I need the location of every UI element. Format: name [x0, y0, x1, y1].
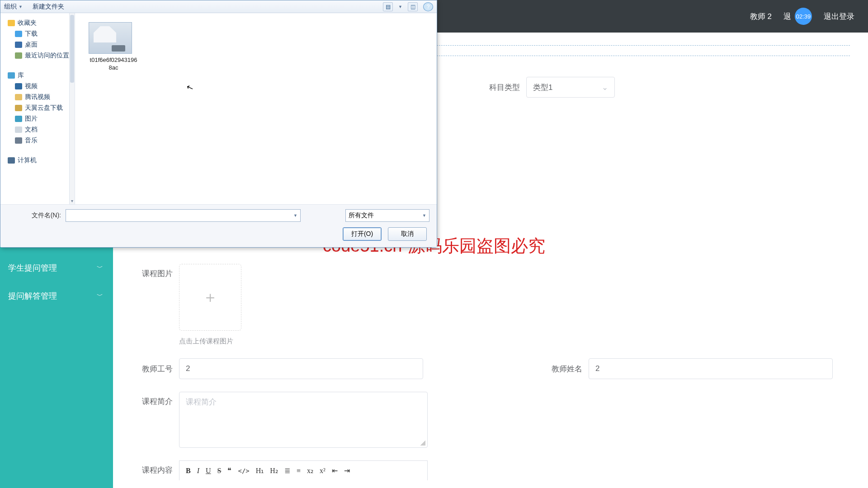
nav-favorites[interactable]: 收藏夹	[5, 18, 72, 28]
chevron-down-icon: ﹀	[97, 264, 103, 272]
dialog-bottom-bar: 文件名(N): ▼ 所有文件▼ 打开(O) 取消	[0, 204, 437, 247]
scrollbar-thumb[interactable]	[70, 15, 74, 83]
file-open-dialog: 组织▼ 新建文件夹 ▤ ▼ ◫ ? 收藏夹 下载 桌面 最近访问的位置 库 视频	[0, 0, 437, 248]
sidebar-item-label: 提问解答管理	[8, 291, 57, 301]
cancel-button[interactable]: 取消	[388, 227, 427, 241]
course-image-label: 课程图片	[131, 264, 173, 279]
strike-button[interactable]: S	[217, 467, 222, 475]
h1-button[interactable]: H₁	[256, 466, 264, 475]
nav-desktop[interactable]: 桌面	[5, 39, 72, 50]
help-icon: ?	[427, 4, 430, 10]
computer-icon	[8, 157, 15, 164]
course-intro-label: 课程简介	[131, 392, 173, 407]
recent-icon	[15, 52, 22, 59]
dialog-nav-pane: 收藏夹 下载 桌面 最近访问的位置 库 视频 腾讯视频 天翼云盘下载 图片 文档…	[0, 13, 75, 204]
preview-pane-button[interactable]: ◫	[408, 2, 418, 11]
folder-icon	[15, 94, 22, 100]
plus-icon: ＋	[203, 287, 218, 308]
course-intro-row: 课程简介 课程简介	[131, 392, 850, 448]
upload-tip: 点击上传课程图片	[179, 337, 241, 346]
h2-button[interactable]: H₂	[270, 466, 278, 475]
teacher-name-field[interactable]	[595, 364, 826, 373]
course-image-row: 课程图片 ＋ 点击上传课程图片	[131, 264, 850, 346]
music-icon	[15, 137, 22, 144]
file-item[interactable]: t01f6e6f029431968ac	[89, 22, 138, 72]
filename-label: 文件名(N):	[8, 211, 61, 220]
bold-button[interactable]: B	[186, 467, 191, 475]
pane-icon: ◫	[410, 4, 415, 10]
nav-tencent-video[interactable]: 腾讯视频	[5, 92, 72, 103]
picture-icon	[15, 116, 22, 122]
teacher-id-input[interactable]	[179, 358, 423, 379]
header-time-badge: 02:39	[795, 8, 812, 25]
sidebar-item-student-question[interactable]: 学生提问管理 ﹀	[0, 254, 113, 282]
organize-menu[interactable]: 组织▼	[4, 3, 23, 11]
desktop-icon	[15, 42, 22, 48]
subscript-button[interactable]: x₂	[307, 466, 313, 475]
chevron-down-icon: ﹀	[97, 292, 103, 300]
video-icon	[15, 83, 22, 89]
dialog-body: 收藏夹 下载 桌面 最近访问的位置 库 视频 腾讯视频 天翼云盘下载 图片 文档…	[0, 13, 437, 204]
header-back-partial[interactable]: 退	[783, 11, 791, 22]
subject-type-row: 科目类型 类型1 ⌄	[489, 77, 615, 98]
nav-video[interactable]: 视频	[5, 81, 72, 92]
nav-library[interactable]: 库	[5, 70, 72, 81]
superscript-button[interactable]: x²	[320, 467, 326, 475]
quote-button[interactable]: ❝	[227, 466, 231, 475]
nav-music[interactable]: 音乐	[5, 135, 72, 146]
code-button[interactable]: </>	[238, 467, 249, 474]
open-button[interactable]: 打开(O)	[343, 227, 382, 241]
download-icon	[15, 31, 22, 37]
chevron-down-icon: ▼	[293, 213, 297, 218]
star-icon	[8, 20, 15, 26]
course-content-label: 课程内容	[131, 460, 173, 475]
nav-computer[interactable]: 计算机	[5, 155, 72, 166]
new-folder-button[interactable]: 新建文件夹	[33, 3, 64, 11]
nav-documents[interactable]: 文档	[5, 124, 72, 135]
ordered-list-button[interactable]: ≣	[284, 466, 290, 475]
course-content-row: 课程内容 B I U S ❝ </> H₁ H₂ ≣ ≡ x₂ x² ⇤ ⇥	[131, 460, 850, 480]
filename-input[interactable]: ▼	[66, 209, 301, 222]
underline-button[interactable]: U	[206, 467, 211, 475]
view-mode-button[interactable]: ▤	[383, 2, 393, 11]
nav-downloads[interactable]: 下载	[5, 28, 72, 39]
teacher-fields-row: 教师工号 教师姓名	[131, 358, 850, 379]
file-item-name: t01f6e6f029431968ac	[89, 56, 138, 72]
subject-type-label: 科目类型	[489, 82, 520, 93]
subject-type-select[interactable]: 类型1 ⌄	[526, 77, 615, 98]
upload-image-box[interactable]: ＋	[179, 264, 241, 331]
unordered-list-button[interactable]: ≡	[297, 467, 301, 475]
chevron-down-icon: ▼	[422, 213, 426, 218]
scroll-down-icon[interactable]: ▾	[70, 198, 75, 203]
teacher-id-label: 教师工号	[131, 364, 173, 374]
dialog-toolbar: 组织▼ 新建文件夹 ▤ ▼ ◫ ?	[0, 0, 437, 13]
document-icon	[15, 127, 22, 133]
indent-decrease-button[interactable]: ⇤	[332, 466, 338, 475]
teacher-id-field[interactable]	[186, 364, 416, 373]
nav-tianyi-download[interactable]: 天翼云盘下载	[5, 103, 72, 113]
nav-pictures[interactable]: 图片	[5, 113, 72, 124]
nav-recent[interactable]: 最近访问的位置	[5, 50, 72, 61]
indent-increase-button[interactable]: ⇥	[344, 466, 350, 475]
help-button[interactable]: ?	[423, 2, 433, 11]
subject-type-value: 类型1	[533, 82, 552, 93]
teacher-name-input[interactable]	[589, 358, 833, 379]
file-thumbnail	[89, 22, 132, 54]
dialog-file-area[interactable]: t01f6e6f029431968ac ↖	[75, 13, 437, 204]
teacher-name-label: 教师姓名	[541, 364, 582, 374]
nav-scrollbar[interactable]: ▾	[69, 13, 75, 204]
library-icon	[8, 72, 15, 79]
sidebar-item-question-answer[interactable]: 提问解答管理 ﹀	[0, 282, 113, 310]
chevron-down-icon: ⌄	[602, 83, 608, 92]
header-user[interactable]: 教师 2	[750, 11, 772, 22]
editor-toolbar: B I U S ❝ </> H₁ H₂ ≣ ≡ x₂ x² ⇤ ⇥	[179, 460, 428, 480]
course-intro-textarea[interactable]: 课程简介	[179, 392, 428, 448]
folder-icon	[15, 105, 22, 111]
cursor-icon: ↖	[185, 82, 195, 94]
file-filter-select[interactable]: 所有文件▼	[345, 209, 429, 222]
view-dropdown-icon[interactable]: ▼	[398, 5, 402, 9]
view-icon: ▤	[386, 4, 391, 10]
italic-button[interactable]: I	[197, 467, 199, 475]
logout-link[interactable]: 退出登录	[824, 11, 854, 22]
sidebar-item-label: 学生提问管理	[8, 263, 57, 273]
